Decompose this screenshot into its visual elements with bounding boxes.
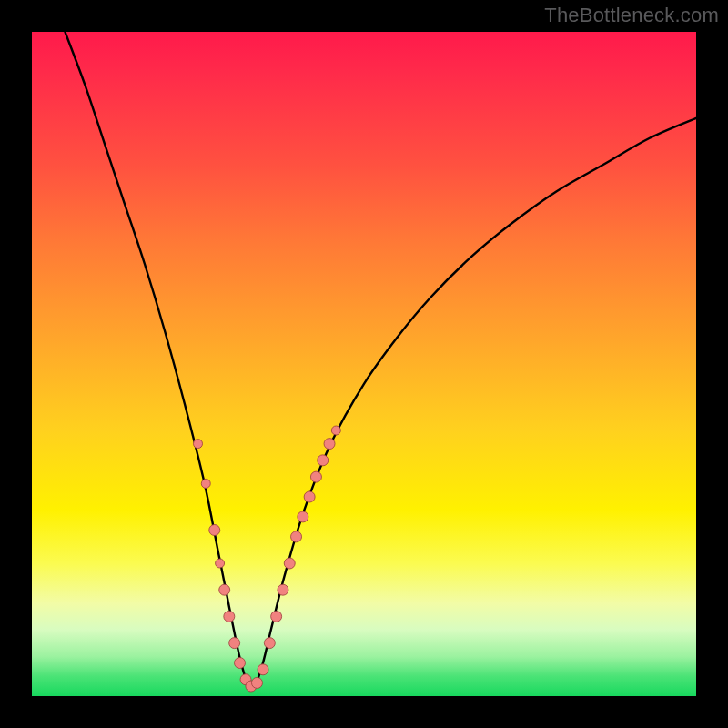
watermark-text: TheBottleneck.com (544, 4, 719, 27)
data-point-dot (219, 584, 230, 595)
data-point-dot (264, 638, 275, 649)
bottleneck-curve (66, 32, 697, 690)
data-point-dot (224, 611, 235, 622)
data-point-dot (194, 440, 203, 449)
data-point-dot (258, 664, 268, 675)
data-point-dot (234, 658, 245, 669)
data-point-dot (229, 638, 240, 649)
data-point-dot (304, 491, 315, 502)
data-point-dot (251, 677, 262, 688)
data-point-dot (201, 479, 210, 488)
data-point-dot (324, 439, 335, 450)
bottleneck-curve-layer (32, 32, 696, 696)
data-point-dot (331, 426, 340, 435)
data-point-dot (298, 511, 308, 522)
data-point-dot (209, 525, 220, 536)
data-point-dot (216, 559, 225, 568)
data-point-dot (278, 584, 288, 595)
data-point-dot (284, 558, 295, 569)
data-point-dot (291, 531, 302, 542)
data-point-dot (318, 455, 329, 466)
plot-area (32, 32, 696, 696)
data-point-dot (310, 471, 321, 482)
chart-frame: TheBottleneck.com (0, 0, 728, 728)
data-point-dot (271, 611, 282, 622)
